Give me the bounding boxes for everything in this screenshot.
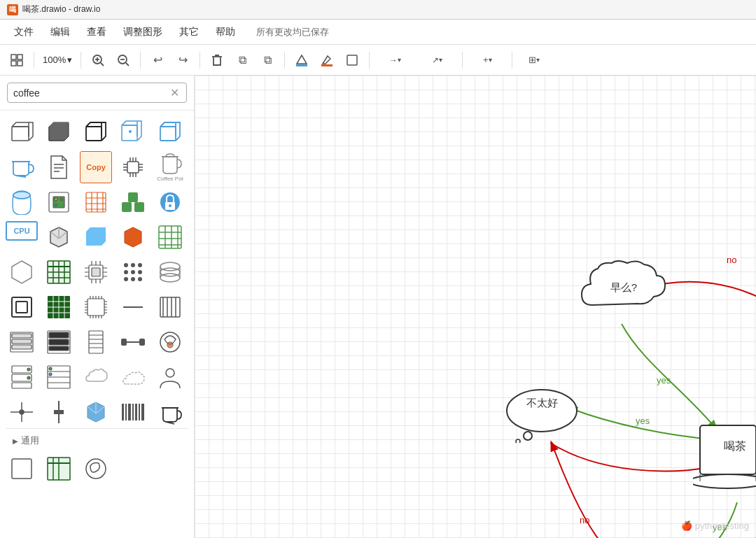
svg-point-117 xyxy=(160,268,180,276)
watermark-text: pythontesting xyxy=(695,521,749,531)
svg-point-176 xyxy=(27,376,30,379)
icon-cpu-chip2[interactable] xyxy=(80,256,112,288)
icon-bottom-3[interactable] xyxy=(80,453,112,485)
icon-bottom-1[interactable] xyxy=(6,453,38,485)
icon-bucket[interactable] xyxy=(6,186,38,218)
icon-chip[interactable] xyxy=(117,151,149,183)
table-button[interactable]: ⊞ ▾ xyxy=(518,49,550,71)
paste-button[interactable]: ⧉ xyxy=(256,49,279,71)
search-input[interactable] xyxy=(13,87,169,99)
icon-green-cubes[interactable] xyxy=(117,186,149,218)
icon-box-3d-outline[interactable] xyxy=(6,116,38,148)
svg-line-5 xyxy=(101,63,104,66)
icon-table-grid[interactable] xyxy=(43,256,75,288)
zoom-dropdown-icon: ▾ xyxy=(67,55,72,65)
icon-document[interactable] xyxy=(43,151,75,183)
svg-rect-127 xyxy=(88,299,104,316)
connection-button[interactable]: → ▾ xyxy=(375,49,414,71)
icon-dark-table[interactable] xyxy=(43,291,75,323)
section-label-text: 通用 xyxy=(21,434,39,447)
icon-lock-blue[interactable] xyxy=(154,186,186,218)
menu-file[interactable]: 文件 xyxy=(7,23,41,41)
svg-marker-82 xyxy=(12,261,31,283)
node-cloud-top[interactable]: 早么? xyxy=(578,256,669,319)
svg-rect-160 xyxy=(49,339,69,345)
icon-tall-rack[interactable] xyxy=(80,326,112,358)
node-mug[interactable]: 喝茶 xyxy=(693,418,756,495)
icon-cpu-grid[interactable] xyxy=(80,186,112,218)
icon-circuit[interactable] xyxy=(43,186,75,218)
menu-view[interactable]: 查看 xyxy=(80,23,113,41)
icon-hexagon[interactable] xyxy=(6,256,38,288)
icon-copy-label[interactable]: Copy xyxy=(80,151,112,183)
icon-cube-3d[interactable] xyxy=(43,221,75,253)
svg-text:yes: yes xyxy=(636,416,650,426)
icon-cpu-label[interactable]: CPU xyxy=(6,221,38,241)
icon-line-icon[interactable] xyxy=(6,396,38,428)
waypoint-button[interactable]: ↗ ▾ xyxy=(417,49,456,71)
icon-bottom-2[interactable] xyxy=(43,453,75,485)
icon-rack-unit-b[interactable] xyxy=(43,326,75,358)
delete-button[interactable] xyxy=(206,49,228,71)
svg-point-107 xyxy=(124,270,128,274)
icon-vertical-lines[interactable] xyxy=(154,291,186,323)
icon-server-b[interactable] xyxy=(43,361,75,393)
icon-coffee-cup-small[interactable] xyxy=(154,396,186,428)
copy-button[interactable]: ⧉ xyxy=(231,49,253,71)
toolbar-separator-7 xyxy=(462,52,463,69)
svg-rect-168 xyxy=(122,339,126,345)
stroke-color-button[interactable] xyxy=(316,49,338,71)
svg-point-222 xyxy=(507,390,577,432)
icon-cube-solid[interactable] xyxy=(43,116,75,148)
icon-thin-bar[interactable] xyxy=(43,396,75,428)
icon-coffee-cup-blue[interactable] xyxy=(6,151,38,183)
clear-search-button[interactable]: ✕ xyxy=(169,86,181,99)
icon-cube-blue-outline[interactable] xyxy=(154,116,186,148)
canvas[interactable]: no yes yes no yes yes yes yes xyxy=(195,76,756,538)
icon-red-cube[interactable] xyxy=(117,221,149,253)
icon-server-a[interactable] xyxy=(6,361,38,393)
icon-rack-unit-a[interactable] xyxy=(6,326,38,358)
fill-button[interactable] xyxy=(290,49,313,71)
icon-barcode[interactable] xyxy=(117,396,149,428)
menu-edit[interactable]: 编辑 xyxy=(43,23,77,41)
titlebar: 喝 喝茶.drawio - draw.io xyxy=(0,0,756,20)
menu-help[interactable]: 帮助 xyxy=(209,23,242,41)
sidebar: ✕ xyxy=(0,76,195,538)
shape-button[interactable] xyxy=(341,49,363,71)
menu-adjust[interactable]: 调整图形 xyxy=(116,23,169,41)
svg-point-186 xyxy=(20,410,24,414)
add-button[interactable]: + ▾ xyxy=(468,49,506,71)
icon-cloud-b[interactable] xyxy=(117,361,149,393)
zoom-in-button[interactable] xyxy=(87,49,109,71)
icon-3d-box-blue[interactable] xyxy=(80,396,112,428)
app-icon: 喝 xyxy=(7,4,18,15)
icon-dots-grid[interactable] xyxy=(117,256,149,288)
node-thought[interactable]: 不太好 xyxy=(500,385,584,446)
icon-coffee-pot[interactable]: Coffee Pot xyxy=(154,151,186,183)
icon-cube-outline-dark[interactable] xyxy=(80,116,112,148)
svg-point-109 xyxy=(138,270,142,274)
icon-blue-cube-fill[interactable] xyxy=(80,221,112,253)
icon-green-grid[interactable] xyxy=(154,221,186,253)
icon-cable[interactable] xyxy=(117,326,149,358)
icon-cube-blue-dots[interactable] xyxy=(117,116,149,148)
toolbar-separator-8 xyxy=(512,52,512,69)
icon-square-outline[interactable] xyxy=(6,291,38,323)
menu-other[interactable]: 其它 xyxy=(172,23,206,41)
undo-button[interactable]: ↩ xyxy=(146,49,169,71)
icon-person-sidebar[interactable] xyxy=(154,361,186,393)
redo-button[interactable]: ↪ xyxy=(172,49,194,71)
icon-dash-small[interactable] xyxy=(117,291,149,323)
icon-cpu-chip3[interactable] xyxy=(80,291,112,323)
icon-cloud-a[interactable] xyxy=(80,361,112,393)
icon-disk[interactable] xyxy=(154,256,186,288)
section-general[interactable]: ▶ 通用 xyxy=(6,428,188,450)
zoom-out-button[interactable] xyxy=(112,49,134,71)
svg-rect-118 xyxy=(12,297,31,317)
grid-toggle-button[interactable] xyxy=(6,49,28,71)
svg-point-226 xyxy=(693,474,756,488)
svg-rect-35 xyxy=(127,162,139,173)
icon-circle-device[interactable] xyxy=(154,326,186,358)
zoom-control[interactable]: 100% ▾ xyxy=(40,55,75,65)
